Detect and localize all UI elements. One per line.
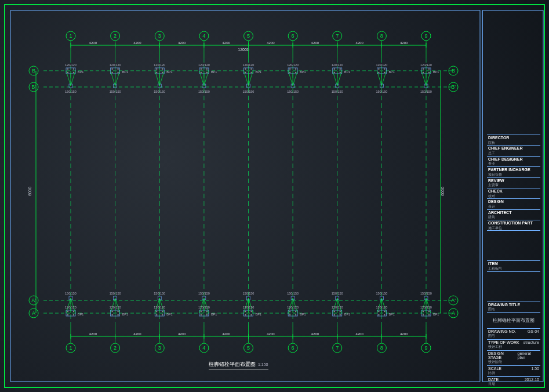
svg-point-76 bbox=[117, 314, 118, 315]
dim-col-spacing: 4200 bbox=[133, 332, 141, 336]
svg-text:120/120: 120/120 bbox=[287, 63, 299, 67]
svg-text:120/120: 120/120 bbox=[243, 306, 254, 309]
svg-point-95 bbox=[156, 72, 157, 73]
svg-point-140 bbox=[206, 314, 208, 315]
svg-text:3: 3 bbox=[158, 345, 161, 351]
tb-role: CHIEF ENGINEER总工 bbox=[487, 145, 540, 155]
svg-text:7: 7 bbox=[336, 345, 339, 351]
svg-point-106 bbox=[162, 311, 163, 312]
svg-text:150/150: 150/150 bbox=[198, 90, 210, 93]
svg-point-255 bbox=[378, 72, 379, 73]
svg-point-201 bbox=[289, 311, 290, 312]
base-plate: 120/120BP1150/150 bbox=[154, 63, 172, 93]
row-bubbles: B B' A' A B B' A' A bbox=[29, 66, 458, 318]
svg-point-160 bbox=[250, 72, 252, 73]
svg-point-30 bbox=[73, 68, 74, 70]
svg-point-29 bbox=[67, 68, 68, 70]
svg-line-161 bbox=[244, 71, 249, 86]
base-plate: 120/120BP1150/150 bbox=[332, 292, 350, 316]
svg-text:6: 6 bbox=[292, 33, 295, 39]
svg-text:BP1: BP1 bbox=[256, 313, 261, 316]
svg-point-74 bbox=[117, 311, 118, 312]
tb-role: DIRECTOR院长 bbox=[487, 135, 540, 145]
dim-col-spacing: 4200 bbox=[400, 41, 408, 45]
svg-point-299 bbox=[423, 314, 424, 315]
base-plate: 120/120BP1150/150 bbox=[287, 292, 306, 316]
svg-text:A: A bbox=[32, 310, 35, 316]
svg-text:6: 6 bbox=[292, 345, 295, 351]
dim-row-span-left: 6000 bbox=[28, 187, 32, 196]
dim-col-spacing: 4200 bbox=[133, 41, 141, 45]
svg-point-300 bbox=[428, 314, 430, 315]
svg-text:120/120: 120/120 bbox=[420, 306, 432, 309]
svg-point-223 bbox=[334, 72, 335, 73]
tb-info-row: DRAWING NO.图号GS-04 bbox=[487, 328, 540, 339]
svg-line-33 bbox=[66, 71, 71, 86]
svg-text:BP1: BP1 bbox=[122, 313, 128, 316]
svg-text:BP1: BP1 bbox=[433, 70, 439, 74]
svg-point-43 bbox=[67, 314, 68, 315]
svg-text:BP1: BP1 bbox=[78, 70, 83, 74]
svg-point-63 bbox=[111, 72, 112, 73]
svg-text:BP1: BP1 bbox=[344, 70, 350, 74]
svg-text:150/150: 150/150 bbox=[287, 90, 299, 93]
base-plate: 120/120BP1150/150 bbox=[420, 292, 439, 316]
svg-line-257 bbox=[377, 71, 381, 86]
svg-point-286 bbox=[428, 68, 430, 70]
svg-point-224 bbox=[340, 72, 341, 73]
svg-text:120/120: 120/120 bbox=[110, 306, 121, 309]
svg-point-288 bbox=[428, 72, 430, 73]
svg-point-157 bbox=[245, 68, 246, 70]
svg-text:120/120: 120/120 bbox=[154, 63, 165, 67]
svg-text:120/120: 120/120 bbox=[420, 63, 432, 67]
svg-text:150/150: 150/150 bbox=[65, 292, 77, 295]
svg-point-139 bbox=[201, 314, 202, 315]
svg-point-107 bbox=[156, 314, 157, 315]
svg-text:8: 8 bbox=[380, 33, 383, 39]
svg-point-94 bbox=[162, 68, 163, 70]
svg-text:150/150: 150/150 bbox=[65, 90, 77, 93]
svg-text:BP1: BP1 bbox=[211, 313, 217, 316]
base-plate: 120/120BP1150/150 bbox=[154, 292, 172, 316]
svg-text:B': B' bbox=[451, 84, 456, 90]
svg-text:4: 4 bbox=[202, 345, 205, 351]
svg-point-170 bbox=[250, 311, 252, 312]
base-plate: 120/120BP1150/150 bbox=[65, 63, 83, 93]
dim-col-spacing: 4200 bbox=[355, 332, 363, 336]
svg-text:BP1: BP1 bbox=[211, 70, 217, 74]
base-plate: 120/120BP1150/150 bbox=[420, 63, 439, 93]
svg-text:A': A' bbox=[31, 297, 36, 303]
dim-col-spacing: 4200 bbox=[178, 332, 186, 336]
svg-point-73 bbox=[111, 311, 112, 312]
svg-point-171 bbox=[245, 314, 246, 315]
svg-text:BP1: BP1 bbox=[256, 70, 261, 74]
tb-item: ITEM 工程编号 bbox=[487, 260, 540, 271]
svg-text:BP1: BP1 bbox=[78, 313, 83, 316]
base-plate: 120/120BP1150/150 bbox=[110, 63, 128, 93]
svg-text:150/150: 150/150 bbox=[243, 292, 254, 295]
svg-point-285 bbox=[423, 68, 424, 70]
svg-text:A: A bbox=[452, 310, 455, 316]
svg-point-235 bbox=[334, 314, 335, 315]
grid-dash-rows bbox=[43, 71, 452, 313]
cad-drawing-canvas[interactable]: B B' A' A B B' A' A 12000 6000 6000 1112… bbox=[0, 0, 549, 392]
drawing-caption: 柱脚锚栓平面布置图1:150 bbox=[209, 361, 268, 369]
svg-point-221 bbox=[334, 68, 335, 70]
svg-text:150/150: 150/150 bbox=[332, 292, 343, 295]
svg-text:1: 1 bbox=[69, 345, 72, 351]
svg-point-236 bbox=[340, 314, 341, 315]
svg-text:B: B bbox=[452, 68, 455, 74]
svg-line-258 bbox=[381, 71, 386, 86]
svg-point-159 bbox=[245, 72, 246, 73]
svg-point-41 bbox=[67, 311, 68, 312]
svg-text:B': B' bbox=[31, 84, 36, 90]
svg-point-189 bbox=[289, 68, 290, 70]
tb-info-row: TYPE OF WORK设计工种structure bbox=[487, 339, 540, 350]
svg-text:120/120: 120/120 bbox=[65, 306, 77, 309]
svg-point-298 bbox=[428, 311, 430, 312]
dim-col-spacing: 4200 bbox=[355, 41, 363, 45]
tb-role: CHECK校对 bbox=[487, 188, 540, 198]
svg-text:150/150: 150/150 bbox=[376, 90, 387, 93]
dim-col-spacing: 4200 bbox=[223, 332, 231, 336]
svg-text:150/150: 150/150 bbox=[154, 90, 165, 93]
